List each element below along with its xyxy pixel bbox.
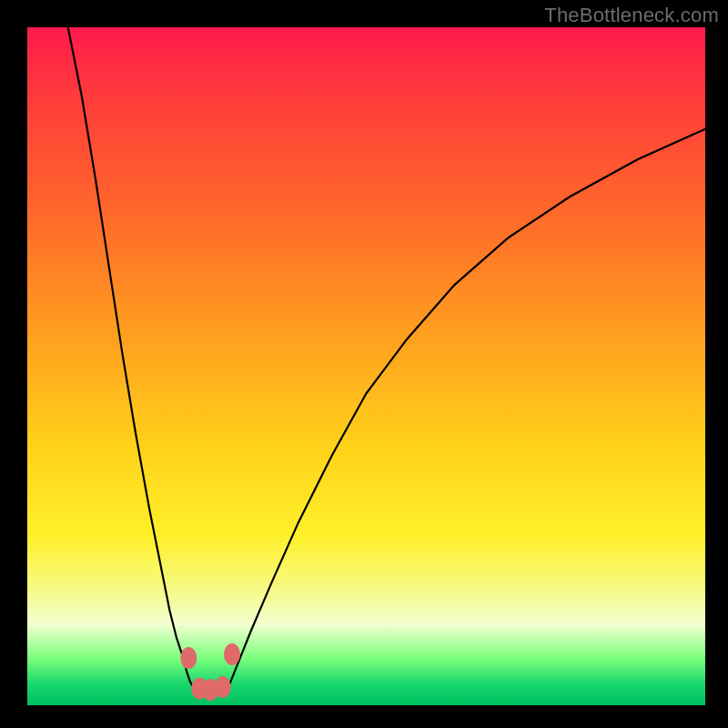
curve-right-branch: [228, 129, 705, 689]
outer-frame: TheBottleneck.com: [0, 0, 728, 728]
curve-left-branch: [68, 27, 195, 689]
marker-dot: [224, 643, 240, 665]
watermark-text: TheBottleneck.com: [544, 4, 719, 27]
curve-svg: [27, 27, 705, 705]
marker-dot: [215, 676, 231, 698]
marker-group: [180, 643, 240, 701]
marker-dot: [180, 647, 197, 669]
plot-area: [27, 27, 705, 705]
